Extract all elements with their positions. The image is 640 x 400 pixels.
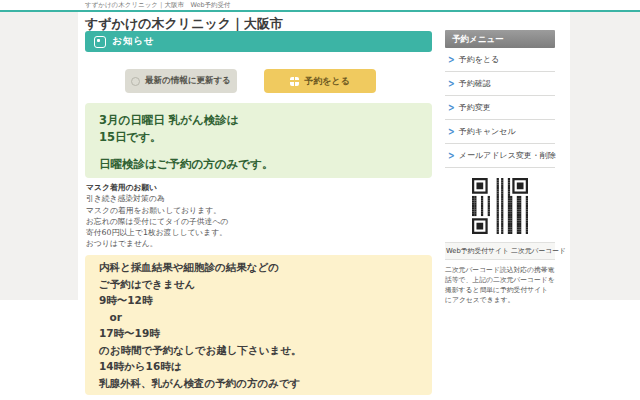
- hours-line: のお時間で予約なしでお越し下さいませ。: [99, 342, 418, 359]
- breadcrumb-bar: すずかけの木クリニック｜大阪市 Web予約受付: [0, 0, 640, 10]
- menu-item-email[interactable]: > メールアドレス変更・削除: [445, 144, 555, 168]
- reserve-button-label: 予約をとる: [304, 75, 350, 88]
- hours-line: ご予約はできません: [99, 276, 418, 293]
- refresh-button-label: 最新の情報に更新する: [145, 75, 231, 87]
- hours-line: 14時から16時は: [99, 358, 418, 375]
- page: すずかけの木クリニック｜大阪市 Web予約受付 すずかけの木クリニック｜大阪市 …: [0, 0, 640, 400]
- chevron-right-icon: >: [448, 150, 455, 161]
- notice-line: 日曜検診はご予約の方のみです。: [99, 156, 418, 173]
- notice-line: 15日です。: [99, 129, 418, 146]
- menu-item-confirm[interactable]: > 予約確認: [445, 72, 555, 96]
- menu-item-reserve[interactable]: > 予約をとる: [445, 48, 555, 72]
- spacer: [99, 146, 418, 156]
- refresh-button[interactable]: 最新の情報に更新する: [125, 69, 237, 93]
- chevron-right-icon: >: [448, 102, 455, 113]
- hours-line: 内科と採血結果や細胞診の結果などの: [99, 259, 418, 276]
- hours-line: or: [99, 309, 418, 326]
- hours-line: 乳腺外科、乳がん検査の予約の方のみです: [99, 375, 418, 392]
- mask-notice-line: お忘れの際は受付にてタイの子供達への: [86, 216, 432, 227]
- menu-item-change[interactable]: > 予約変更: [445, 96, 555, 120]
- content-container: すずかけの木クリニック｜大阪市 お知らせ 最新の情報に更新する 予約をとる 3月…: [78, 12, 570, 400]
- notice-banner-label: お知らせ: [112, 35, 155, 48]
- menu-item-cancel[interactable]: > 予約キャンセル: [445, 120, 555, 144]
- qr-code: [472, 178, 528, 234]
- chevron-right-icon: >: [448, 126, 455, 137]
- hours-notice-box: 内科と採血結果や細胞診の結果などの ご予約はできません 9時〜12時 or 17…: [85, 255, 432, 395]
- mask-notice-title: マスク着用のお願い: [86, 182, 432, 193]
- mask-notice-line: おつりはでません。: [86, 238, 432, 249]
- hours-line: 9時〜12時: [99, 292, 418, 309]
- sunday-notice-box: 3月の日曜日 乳がん検診は 15日です。 日曜検診はご予約の方のみです。: [85, 103, 432, 178]
- chevron-right-icon: >: [448, 78, 455, 89]
- breadcrumb: すずかけの木クリニック｜大阪市 Web予約受付: [85, 1, 231, 10]
- action-buttons: 最新の情報に更新する 予約をとる: [125, 69, 376, 93]
- mask-notice-line: 寄付60円以上で1枚お渡ししています。: [86, 227, 432, 238]
- mask-notice: マスク着用のお願い 引き続き感染対策の為 マスクの着用をお願いしております。 お…: [86, 182, 432, 250]
- mask-notice-line: マスクの着用をお願いしております。: [86, 205, 432, 216]
- package-icon: [290, 77, 299, 86]
- reservation-menu: 予約メニュー > 予約をとる > 予約確認 > 予約変更 > 予約キャンセル >…: [445, 30, 555, 305]
- qr-description: 二次元バーコード読込対応の携帯電話等で、上記の二次元バーコードを撮影すると簡単に…: [445, 265, 555, 305]
- reservation-menu-header: 予約メニュー: [445, 30, 555, 48]
- refresh-icon: [131, 77, 140, 86]
- notice-icon: [94, 36, 106, 48]
- qr-caption: Web予約受付サイト 二次元バーコード: [445, 242, 555, 260]
- chevron-right-icon: >: [448, 54, 455, 65]
- hours-line: 17時〜19時: [99, 325, 418, 342]
- mask-notice-line: 引き続き感染対策の為: [86, 193, 432, 204]
- qr-section: Web予約受付サイト 二次元バーコード 二次元バーコード読込対応の携帯電話等で、…: [445, 178, 555, 305]
- reserve-button[interactable]: 予約をとる: [264, 69, 376, 93]
- notice-banner: お知らせ: [85, 31, 432, 52]
- notice-line: 3月の日曜日 乳がん検診は: [99, 112, 418, 129]
